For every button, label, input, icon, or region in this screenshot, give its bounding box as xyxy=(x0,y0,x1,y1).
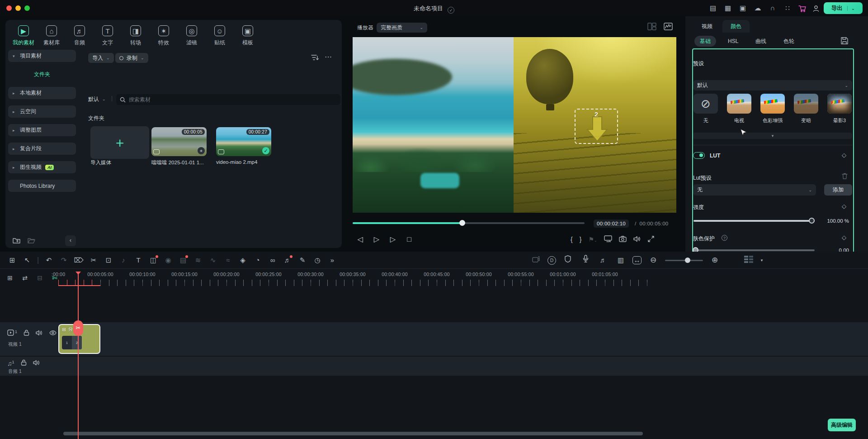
search-input[interactable]: 搜索素材 xyxy=(116,94,340,105)
multi-view-icon[interactable] xyxy=(647,23,656,32)
lock-track-icon[interactable] xyxy=(24,329,29,337)
skin-protect-keyframe-icon[interactable]: ◇ xyxy=(842,234,846,241)
zoom-out-icon[interactable]: ⊖ xyxy=(647,254,659,266)
seek-handle[interactable] xyxy=(459,220,465,226)
sidebar-item-compound-clip[interactable]: ▸ 复合片段 xyxy=(8,143,76,155)
stop-button[interactable]: □ xyxy=(404,235,414,243)
strength-keyframe-icon[interactable]: ◇ xyxy=(842,203,846,210)
tab-text[interactable]: T 文字 xyxy=(97,25,118,47)
mark-in-button[interactable]: { xyxy=(571,236,573,243)
import-media-tile[interactable]: ＋ xyxy=(90,126,149,159)
tab-transitions[interactable]: ◨ 转场 xyxy=(125,25,146,47)
delete-icon[interactable]: ⌦ xyxy=(73,254,85,266)
subtab-hsl[interactable]: HSL xyxy=(722,36,744,47)
audio-mixer-icon[interactable]: ♬ xyxy=(597,254,609,266)
tab-filters[interactable]: ◎ 滤镜 xyxy=(181,25,203,47)
tab-templates[interactable]: ▣ 模板 xyxy=(237,25,259,47)
filter-sort-icon[interactable] xyxy=(311,54,319,62)
mirror-display-icon[interactable] xyxy=(604,235,612,243)
subtab-curves[interactable]: 曲线 xyxy=(750,36,772,47)
video-track-lane[interactable] xyxy=(0,322,868,356)
workspace-layout-icon[interactable]: ▦ xyxy=(723,4,733,13)
voiceover-mic-icon[interactable] xyxy=(580,254,591,266)
apps-grid-icon[interactable]: ∷ xyxy=(783,4,793,13)
marker-button[interactable]: ⚑⌄ xyxy=(588,236,597,243)
project-resources-icon[interactable]: ▤ xyxy=(708,4,718,13)
more-options-icon[interactable]: ⋯ xyxy=(325,52,332,61)
strength-slider-handle[interactable] xyxy=(809,218,815,224)
subtab-basic[interactable]: 基础 xyxy=(694,36,716,47)
current-timecode[interactable]: 00:00:02:10 xyxy=(594,220,629,228)
timer-icon[interactable]: ◷ xyxy=(311,254,323,266)
help-icon[interactable]: ? xyxy=(722,235,727,241)
ai-audio-icon[interactable]: ♬ xyxy=(282,254,293,266)
split-icon[interactable]: ✂ xyxy=(88,254,99,266)
lut-toggle[interactable] xyxy=(693,152,705,159)
sidebar-item-local-media[interactable]: ▸ 本地素材 xyxy=(8,87,76,99)
tab-stock-media[interactable]: ⌂ 素材库 xyxy=(41,25,62,47)
tab-color[interactable]: 颜色 xyxy=(722,20,750,33)
timeline-zoom-slider[interactable] xyxy=(665,260,703,261)
strength-value[interactable]: 100.00 % xyxy=(823,216,852,226)
undo-icon[interactable]: ↶ xyxy=(43,254,55,266)
audio-track-lane[interactable] xyxy=(0,357,868,376)
open-folder-icon[interactable] xyxy=(28,237,35,244)
text-to-speech-icon[interactable]: ∿ xyxy=(207,254,219,266)
media-clip-thumbnail[interactable]: 00:00:27 ✓ xyxy=(216,127,271,156)
select-tool-icon[interactable]: ↖ xyxy=(21,254,33,266)
save-preset-icon[interactable] xyxy=(841,37,848,46)
crop-icon[interactable]: ⊡ xyxy=(103,254,114,266)
tab-my-media[interactable]: ▶ 我的素材 xyxy=(13,25,34,47)
screen-record-icon[interactable]: ◉ xyxy=(162,254,174,266)
color-match-icon[interactable]: ∞ xyxy=(267,254,278,266)
preset-vignette-3[interactable]: 晕影3 xyxy=(827,94,852,124)
strength-slider[interactable] xyxy=(693,220,815,222)
keyframe-icon[interactable]: ◈ xyxy=(237,254,249,266)
media-filter-dropdown[interactable]: 默认⌄ xyxy=(88,94,110,104)
playhead-handle[interactable] xyxy=(75,272,81,275)
sidebar-item-cloud-space[interactable]: ▸ 云空间 xyxy=(8,105,76,118)
sidebar-item-photos-library[interactable]: Photos Library xyxy=(8,180,76,192)
record-button[interactable]: 录制⌄ xyxy=(115,53,148,63)
fullscreen-icon[interactable] xyxy=(648,236,654,243)
advanced-edit-button[interactable]: 高级编辑 xyxy=(828,419,856,431)
save-icon[interactable]: ▣ xyxy=(738,4,748,13)
mute-track-icon[interactable] xyxy=(33,360,40,367)
ai-text-icon[interactable]: ▤ xyxy=(177,254,189,266)
speech-to-text-icon[interactable]: ≈ xyxy=(222,254,234,266)
sidebar-item-image-to-video[interactable]: ▸ 图生视频 AI xyxy=(8,161,76,173)
lock-track-icon[interactable] xyxy=(21,359,27,367)
sidebar-item-adjustment-layer[interactable]: ▸ 调整图层 xyxy=(8,124,76,136)
playhead[interactable]: ✂ xyxy=(78,272,79,439)
split-screen-selection-box[interactable]: 2 xyxy=(575,109,618,144)
snapshot-camera-icon[interactable] xyxy=(619,236,627,243)
add-to-timeline-button[interactable]: + xyxy=(198,147,205,154)
video-scopes-icon[interactable] xyxy=(664,23,673,32)
sidebar-item-project-media[interactable]: ▾ 项目素材 xyxy=(8,50,76,62)
tab-video[interactable]: 视频 xyxy=(693,20,721,33)
expand-presets-button[interactable]: ▾ xyxy=(693,133,852,139)
mute-track-icon[interactable] xyxy=(36,330,43,337)
detach-audio-icon[interactable]: ♪ xyxy=(118,254,129,266)
tab-effects[interactable]: ✶ 特效 xyxy=(153,25,175,47)
new-folder-icon[interactable] xyxy=(13,237,20,244)
timeline-snapshot-icon[interactable] xyxy=(530,254,542,266)
tab-stickers[interactable]: ☺ 贴纸 xyxy=(209,25,231,47)
video-preview-canvas[interactable]: 2 xyxy=(353,37,676,213)
timeline-zoom-handle[interactable] xyxy=(685,258,690,263)
timeline-horizontal-scrollbar[interactable] xyxy=(63,432,643,435)
mark-out-button[interactable]: } xyxy=(580,236,582,243)
preset-darken[interactable]: 变暗 xyxy=(793,94,819,124)
next-frame-button[interactable]: ▷ xyxy=(372,235,382,243)
render-bar-icon[interactable]: ▥ xyxy=(615,254,627,266)
support-headset-icon[interactable]: ∩ xyxy=(768,4,778,13)
play-button[interactable]: ▷ xyxy=(388,235,398,243)
import-button[interactable]: 导入⌄ xyxy=(88,53,114,63)
subtab-color-wheels[interactable]: 色轮 xyxy=(778,36,800,47)
cloud-upload-icon[interactable]: ☁ xyxy=(753,4,763,13)
playhead-split-button[interactable]: ✂ xyxy=(73,320,83,336)
adjust-edit-icon[interactable]: ✎ xyxy=(297,254,308,266)
ripple-edit-icon[interactable]: ⊟ xyxy=(35,273,44,282)
link-clips-icon[interactable]: ⇄ xyxy=(20,273,29,282)
boundary-shield-icon[interactable] xyxy=(562,254,574,266)
